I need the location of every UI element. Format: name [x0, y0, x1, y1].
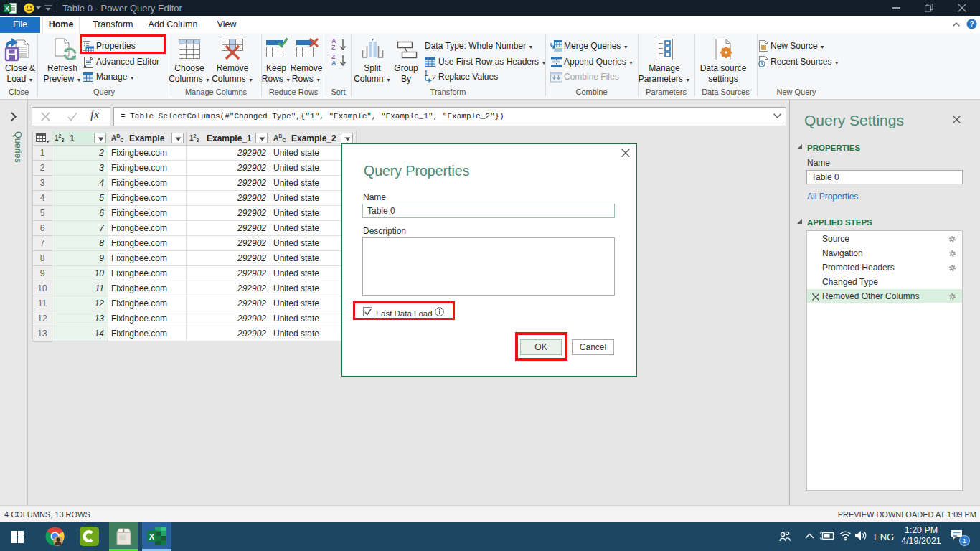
svg-text:X: X: [149, 532, 155, 541]
svg-text:1: 1: [963, 537, 966, 545]
svg-text:?: ?: [969, 20, 974, 28]
svg-text:X: X: [5, 5, 9, 12]
